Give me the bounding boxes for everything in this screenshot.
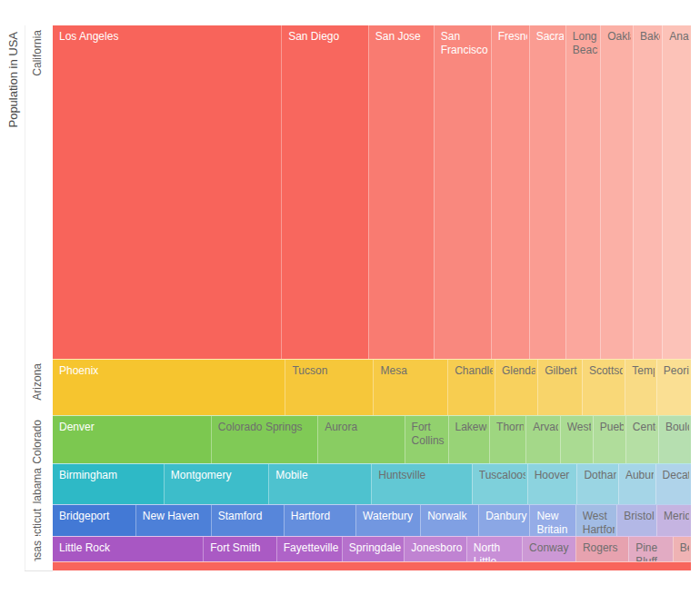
city-label: Westminster: [567, 421, 591, 434]
city-cell-lakewood[interactable]: Lakewood: [448, 416, 490, 463]
city-cell-little-rock[interactable]: Little Rock: [53, 537, 203, 561]
city-cell-colorado-springs[interactable]: Colorado Springs: [211, 416, 317, 463]
state-axis-label-connecticut[interactable]: Connecticut: [26, 504, 51, 536]
city-label: Long Beach: [573, 30, 598, 57]
state-row-arkansas: Little RockFort SmithFayettevilleSpringd…: [53, 536, 691, 561]
state-row-6[interactable]: [53, 561, 691, 570]
city-cell-montgomery[interactable]: Montgomery: [164, 464, 268, 504]
city-label: Stamford: [218, 510, 282, 523]
city-cell-west-hartford[interactable]: West Hartford: [575, 505, 617, 536]
city-cell-fort-smith[interactable]: Fort Smith: [203, 537, 276, 561]
city-cell-glendale[interactable]: Glendale: [495, 360, 537, 415]
city-cell-bentonville[interactable]: Bentonville: [673, 537, 691, 561]
city-cell-mobile[interactable]: Mobile: [268, 464, 371, 504]
city-label: Sacramento: [536, 30, 564, 44]
city-label: Bentonville: [680, 541, 689, 555]
city-cell-san-diego[interactable]: San Diego: [281, 25, 368, 359]
city-label: Decatur: [663, 469, 689, 482]
state-axis-label-california[interactable]: California: [26, 25, 51, 359]
city-cell-los-angeles[interactable]: Los Angeles: [53, 25, 281, 359]
city-label: Boulder: [665, 421, 689, 434]
city-cell-waterbury[interactable]: Waterbury: [355, 505, 420, 536]
city-cell-centennial[interactable]: Centennial: [625, 416, 658, 463]
city-cell-fort-collins[interactable]: Fort Collins: [405, 416, 448, 463]
city-cell-fresno[interactable]: Fresno: [491, 25, 529, 359]
city-cell-pueblo[interactable]: Pueblo: [593, 416, 625, 463]
city-label: Oakland: [607, 30, 631, 44]
city-cell-north-little-rock[interactable]: North Little Rock: [466, 537, 522, 561]
state-axis-label-text: California: [31, 30, 44, 76]
state-axis-label-colorado[interactable]: Colorado: [26, 415, 51, 463]
city-cell-decatur[interactable]: Decatur: [655, 464, 691, 504]
state-axis-label-arkansas[interactable]: Arkansas: [26, 536, 51, 561]
state-row-connecticut: BridgeportNew HavenStamfordHartfordWater…: [53, 504, 691, 536]
city-cell-danbury[interactable]: Danbury: [478, 505, 529, 536]
city-cell-birmingham[interactable]: Birmingham: [53, 464, 164, 504]
state-axis-label-alabama[interactable]: Alabama: [26, 463, 51, 504]
city-cell-new-britain[interactable]: New Britain: [529, 505, 575, 536]
city-label: Thornton: [496, 421, 524, 434]
city-cell-hartford[interactable]: Hartford: [284, 505, 355, 536]
city-cell-pine-bluff[interactable]: Pine Bluff: [628, 537, 673, 561]
city-label: Bristol: [624, 510, 655, 523]
city-cell-san-francisco[interactable]: San Francisco: [434, 25, 491, 359]
city-label: Bridgeport: [59, 510, 134, 523]
city-label: Norwalk: [427, 510, 476, 523]
root-axis-label: Population in USA: [4, 25, 24, 570]
city-cell-phoenix[interactable]: Phoenix: [53, 360, 285, 415]
city-cell-springdale[interactable]: Springdale: [342, 537, 404, 561]
city-cell-jonesboro[interactable]: Jonesboro: [404, 537, 465, 561]
city-label: Hartford: [291, 510, 354, 523]
city-cell-san-jose[interactable]: San Jose: [368, 25, 434, 359]
city-cell-rogers[interactable]: Rogers: [575, 537, 628, 561]
state-axis-label-arizona[interactable]: Arizona: [26, 359, 51, 415]
city-cell-oakland[interactable]: Oakland: [600, 25, 633, 359]
city-label: Conway: [529, 541, 574, 555]
city-cell-aurora[interactable]: Aurora: [317, 416, 404, 463]
city-cell-huntsville[interactable]: Huntsville: [371, 464, 472, 504]
city-label: New Britain: [536, 510, 573, 536]
city-label: Los Angeles: [59, 30, 279, 44]
city-cell-scottsdale[interactable]: Scottsdale: [582, 360, 625, 415]
city-label: Mesa: [380, 364, 445, 378]
city-label: San Jose: [375, 30, 432, 44]
city-cell-boulder[interactable]: Boulder: [658, 416, 691, 463]
state-axis-label-6[interactable]: [26, 561, 51, 570]
city-label: Mobile: [275, 469, 369, 482]
city-cell-bristol[interactable]: Bristol: [616, 505, 656, 536]
city-cell-conway[interactable]: Conway: [522, 537, 575, 561]
city-label: Gilbert: [545, 364, 580, 378]
city-label: Centennial: [633, 421, 656, 434]
city-cell-thornton[interactable]: Thornton: [489, 416, 525, 463]
city-cell-anaheim[interactable]: Anaheim: [662, 25, 691, 359]
city-cell-chandler[interactable]: Chandler: [447, 360, 495, 415]
city-cell-tuscaloosa[interactable]: Tuscaloosa: [472, 464, 527, 504]
city-cell-sacramento[interactable]: Sacramento: [529, 25, 565, 359]
city-cell-meriden[interactable]: Meriden: [656, 505, 691, 536]
city-label: Fresno: [498, 30, 527, 44]
city-label: Rogers: [583, 541, 626, 555]
city-label: Little Rock: [59, 541, 201, 555]
city-cell-new-haven[interactable]: New Haven: [135, 505, 211, 536]
city-cell-peoria[interactable]: Peoria: [656, 360, 691, 415]
city-cell-norwalk[interactable]: Norwalk: [420, 505, 478, 536]
city-label: West Hartford: [583, 510, 615, 536]
city-label: Auburn: [625, 469, 654, 482]
city-cell-gilbert[interactable]: Gilbert: [537, 360, 582, 415]
city-cell-long-beach[interactable]: Long Beach: [565, 25, 600, 359]
city-cell-westminster[interactable]: Westminster: [560, 416, 593, 463]
city-cell-denver[interactable]: Denver: [53, 416, 211, 463]
city-cell-mesa[interactable]: Mesa: [373, 360, 447, 415]
city-cell-fayetteville[interactable]: Fayetteville: [276, 537, 342, 561]
city-cell-bakersfield[interactable]: Bakersfield: [633, 25, 662, 359]
city-cell-bridgeport[interactable]: Bridgeport: [53, 505, 135, 536]
city-label: Hoover: [535, 469, 575, 482]
city-cell-auburn[interactable]: Auburn: [618, 464, 655, 504]
city-cell-tempe[interactable]: Tempe: [625, 360, 656, 415]
city-cell-arvada[interactable]: Arvada: [525, 416, 559, 463]
city-cell-dothan[interactable]: Dothan: [576, 464, 618, 504]
city-cell-tucson[interactable]: Tucson: [285, 360, 373, 415]
city-label: Peoria: [664, 364, 689, 378]
city-cell-hoover[interactable]: Hoover: [527, 464, 577, 504]
city-cell-stamford[interactable]: Stamford: [211, 505, 284, 536]
